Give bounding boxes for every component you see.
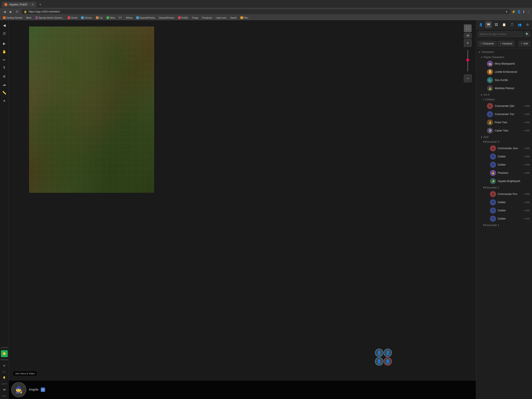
bookmark-getting-started[interactable]: Getting Started	[2, 16, 23, 19]
sidebar-tokens-layer[interactable]: 🪙	[1, 350, 8, 357]
char-item-commander-pon[interactable]: ⚔ Commander Pon ⚜ SRD	[476, 190, 532, 198]
char-name-soldier-4: Soldier	[498, 209, 524, 212]
panel-tool-users[interactable]: 👥	[516, 21, 523, 28]
bookmark-wilma[interactable]: Wilma	[125, 16, 133, 19]
zoom-out-button[interactable]: −	[464, 74, 472, 82]
encounter2-label: Encounter 2	[485, 186, 499, 189]
download-icon[interactable]: ⬇	[523, 10, 525, 13]
act3-header[interactable]: ▼ Act 3	[476, 92, 532, 97]
sidebar-hamburger[interactable]: ☰	[1, 30, 8, 37]
char-item-soldier-5[interactable]: 🛡 Soldier ⚜ SRD	[476, 215, 532, 223]
char-item-linette[interactable]: 🧝 Linette Emberwood	[476, 68, 532, 76]
search-submit-button[interactable]: 🔍	[524, 31, 530, 37]
add-label: Add	[523, 42, 528, 45]
panel-tool-image[interactable]: 🖼	[493, 21, 500, 28]
sidebar-token-tool[interactable]: ⊕	[1, 73, 8, 80]
bookmark-roll20[interactable]: Roll20	[177, 16, 189, 19]
characters-section-header[interactable]: ▼ Characters	[476, 49, 532, 55]
bookmark-cal[interactable]: Cal	[95, 16, 104, 19]
sidebar-draw-tool[interactable]: ✏	[1, 56, 8, 63]
bookmark-spooky[interactable]: Spooky Action Games...	[34, 16, 65, 19]
search-input[interactable]	[478, 31, 523, 37]
panel-tool-table[interactable]: 📋	[501, 21, 507, 28]
char-item-caster-twin[interactable]: 🔮 Caster Twin ⚜ SRD	[476, 126, 532, 135]
panel-tool-map[interactable]: 🗺	[485, 21, 492, 28]
new-tab-button[interactable]: +	[37, 1, 43, 8]
bookmark-fy[interactable]: FY	[118, 16, 123, 19]
bookmark-plex[interactable]: Plex	[240, 16, 249, 19]
char-name-soldier-2: Soldier	[498, 163, 524, 166]
token-2[interactable]: 👤	[384, 349, 392, 357]
tokens-area[interactable]: 👤 👤 👤 👤	[375, 349, 392, 366]
panel-tool-character[interactable]: 👤	[477, 21, 484, 28]
back-button[interactable]: ◀	[2, 9, 7, 14]
char-item-sisu[interactable]: 🧞 Sisu Kurdle	[476, 76, 532, 84]
sidebar-gm-layer[interactable]: ⚙	[1, 362, 8, 369]
sidebar-back-button[interactable]: ◀	[1, 22, 8, 29]
sidebar-light-layer[interactable]: 💡	[1, 374, 8, 381]
address-bar[interactable]: 🔒 https://app.roll20.net/editor/ ★	[21, 9, 510, 14]
char-item-soldier-1[interactable]: 🛡 Soldier ⚜ SRD	[476, 152, 532, 161]
bookmark-later[interactable]: Later.com	[215, 16, 227, 19]
avatar-priestess: 🙏	[490, 170, 496, 176]
fullscreen-button[interactable]: ⛶	[464, 24, 472, 32]
sidebar-text-tool[interactable]: T	[1, 65, 8, 72]
bookmark-spark[interactable]: Spark	[229, 16, 237, 19]
forward-button[interactable]: ▶	[8, 9, 13, 14]
player-characters-header[interactable]: ▼ Player Characters	[476, 55, 532, 59]
active-tab[interactable]: Hypatia | Roll20 ✕	[2, 2, 36, 7]
refresh-button[interactable]: ↻	[15, 9, 20, 14]
char-item-commander-jesv[interactable]: ⚔ Commander Jesv ⚜ SRD	[476, 144, 532, 152]
main-canvas[interactable]: 👤 👤 👤 👤 ⛶ 49 + − 🧙	[9, 20, 476, 399]
char-actions: + Character + Handout + Add	[476, 39, 532, 48]
bookmark-postpone[interactable]: Postpone	[201, 16, 213, 19]
add-button[interactable]: + Add	[519, 41, 530, 46]
bookmark-wise[interactable]: Wise	[106, 16, 116, 19]
encounter3-header[interactable]: ▼ Encounter 3	[476, 139, 532, 144]
bookmark-depositphotos[interactable]: DepositPhotos	[158, 16, 175, 19]
bookmark-translate[interactable]: DepositPhotos	[135, 16, 156, 19]
token-1[interactable]: 👤	[375, 349, 383, 357]
panel-tool-music[interactable]: 🎵	[508, 21, 515, 28]
bookmark-forge[interactable]: Forge	[191, 16, 199, 19]
sidebar-map-layer[interactable]: 🗺	[1, 386, 8, 393]
act2-header[interactable]: ▼ Act2	[476, 135, 532, 139]
zoom-slider[interactable]	[464, 48, 472, 74]
profile-icon[interactable]: 👤	[517, 10, 521, 13]
sidebar-fx-tool[interactable]: ✦	[1, 97, 8, 104]
bookmark-gvoice[interactable]: GVoice	[80, 16, 93, 19]
sidebar-pan-tool[interactable]: ✋	[1, 48, 8, 55]
char-item-soldier-2[interactable]: 🛡 Soldier ⚜ SRD	[476, 161, 532, 169]
extensions-icon[interactable]: ⚡	[512, 10, 515, 13]
zoom-in-button[interactable]: +	[464, 39, 472, 47]
encounter2-header[interactable]: ▼ Encounter 2	[476, 185, 532, 190]
player-name: Angela	[29, 388, 38, 391]
bm-icon-getting-started	[3, 16, 6, 19]
char-item-soldier-3[interactable]: 🛡 Soldier ⚜ SRD	[476, 198, 532, 206]
bookmark-more[interactable]: More	[25, 16, 32, 19]
encounter1-header[interactable]: ▼ Encounter 1	[476, 223, 532, 228]
bookmark-gmail[interactable]: Gmail	[67, 16, 78, 19]
close-tab-button[interactable]: ✕	[32, 3, 34, 6]
sidebar-play-button[interactable]: ▶	[1, 40, 8, 47]
civilians-header[interactable]: + Civilians	[476, 97, 532, 102]
char-name-soldier-3: Soldier	[498, 201, 524, 204]
add-character-button[interactable]: + Character	[478, 41, 496, 46]
char-item-soldier-4[interactable]: 🛡 Soldier ⚜ SRD	[476, 206, 532, 215]
char-item-moxy[interactable]: 🧙 Moxy Blastypants	[476, 59, 532, 68]
sidebar-measure-tool[interactable]: 📏	[1, 89, 8, 96]
zoom-thumb[interactable]	[466, 59, 469, 62]
token-3[interactable]: 👤	[375, 357, 383, 366]
token-4[interactable]: 👤	[384, 357, 392, 366]
char-item-hypatia[interactable]: ✨ Hypatia Brightspark	[476, 177, 532, 185]
sidebar-fog-tool[interactable]: ☁	[1, 81, 8, 88]
panel-tool-settings[interactable]: ⚙	[524, 21, 531, 28]
add-handout-button[interactable]: + Handout	[498, 41, 514, 46]
char-item-commander-trer[interactable]: ⚔ Commander Trer ⚜ SRD	[476, 110, 532, 118]
char-item-priestess[interactable]: 🙏 Priestess ⚜ SRD	[476, 169, 532, 177]
char-item-priest-twin[interactable]: 🙏 Priest Twin ⚜ SRD	[476, 118, 532, 126]
char-item-mathilda[interactable]: 🧟 Mathilda Flütnozl	[476, 84, 532, 92]
char-item-commander-qiel[interactable]: ⚔ Commander Qiel ⚜ SRD	[476, 102, 532, 110]
menu-icon[interactable]: ⋮	[527, 10, 530, 13]
map-canvas[interactable]: 👤 👤 👤 👤 ⛶ 49 + − 🧙	[9, 20, 476, 399]
